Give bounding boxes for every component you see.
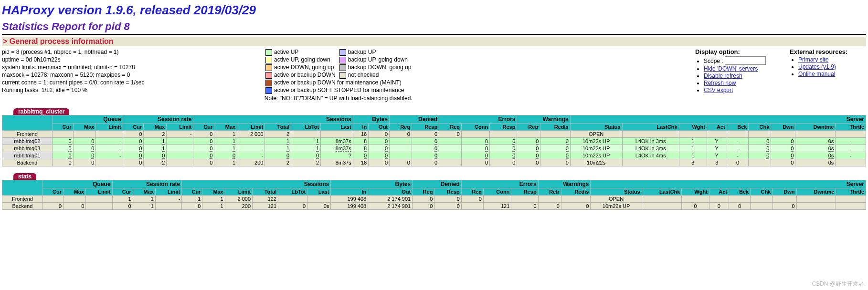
server-name[interactable]: rabbitmq03 <box>2 145 53 152</box>
table-row: Frontend11-112 000122199 4082 174 901000… <box>2 196 866 203</box>
external-resources: External resources: Primary site Updates… <box>790 48 866 78</box>
legend-table: active UPbackup UPactive UP, going downb… <box>264 48 413 94</box>
proxy-label-rabbitmq_cluster[interactable]: rabbitmq_cluster <box>13 108 69 115</box>
server-name[interactable]: rabbitmq02 <box>2 138 53 145</box>
server-name: Backend <box>2 159 53 166</box>
hide-down-link[interactable]: Hide 'DOWN' servers <box>704 65 758 72</box>
csv-export-link[interactable]: CSV export <box>704 87 733 93</box>
server-name: Frontend <box>2 196 43 203</box>
refresh-now-link[interactable]: Refresh now <box>704 80 736 86</box>
table-row: Backend00010120012100s199 4082 174 90100… <box>2 203 866 210</box>
info-row: pid = 8 (process #1, nbproc = 1, nbthrea… <box>2 48 866 102</box>
primary-site-link[interactable]: Primary site <box>798 56 828 63</box>
divider <box>2 34 866 35</box>
updates-link[interactable]: Updates (v1.9) <box>798 63 836 70</box>
disable-refresh-link[interactable]: Disable refresh <box>704 72 742 79</box>
page-title: HAProxy version 1.9.6, released 2019/03/… <box>2 3 866 18</box>
table-row: rabbitmq0100-0000-00?000000010m22s UPL4O… <box>2 152 866 159</box>
table-row: rabbitmq0300-0101-118m37s800000010m22s U… <box>2 145 866 152</box>
process-info: pid = 8 (process #1, nbproc = 1, nbthrea… <box>2 48 260 94</box>
scope-item: Scope : <box>704 56 786 65</box>
general-process-title: > General process information <box>2 37 866 46</box>
table-row: rabbitmq0200-0101-118m37s800000010m22s U… <box>2 138 866 145</box>
legend-note: Note: "NOLB"/"DRAIN" = UP with load-bala… <box>264 95 413 102</box>
display-options: Display option: Scope : Hide 'DOWN' serv… <box>695 48 786 94</box>
scope-input[interactable] <box>725 56 766 65</box>
server-name[interactable]: rabbitmq01 <box>2 152 53 159</box>
legend: active UPbackup UPactive UP, going downb… <box>264 48 413 102</box>
table-row: Backend000201200228m37s16000000010m22s33… <box>2 159 866 166</box>
proxy-label-stats[interactable]: stats <box>13 173 36 180</box>
table-row: Frontend02-012 0002160000OPEN <box>2 131 866 138</box>
server-name: Frontend <box>2 131 53 138</box>
server-name: Backend <box>2 203 43 210</box>
stats-table: QueueSession rateSessionsBytesDeniedErro… <box>2 115 866 166</box>
page-subtitle: Statistics Report for pid 8 <box>2 21 866 33</box>
stats-table: QueueSession rateSessionsBytesDeniedErro… <box>2 180 866 210</box>
online-manual-link[interactable]: Online manual <box>798 71 835 77</box>
